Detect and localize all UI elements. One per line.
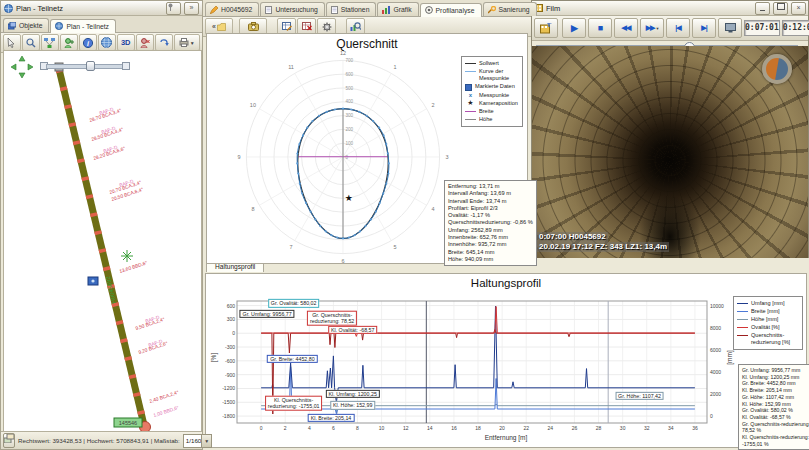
tab-sanierung[interactable]: Sanierung	[483, 2, 537, 16]
undo-tool-button[interactable]	[155, 34, 173, 51]
skip-start-icon: |◀	[675, 24, 680, 32]
plan-panel: Plan - Teilnetz » Objekte Plan - Teilnet…	[0, 0, 203, 450]
messpunkt-marker	[364, 225, 366, 227]
video-display: 0:07:00 H0045692 20.02.19 17:12 FZ: 343 …	[532, 46, 808, 258]
camera-lens	[91, 279, 94, 282]
cursor-icon	[7, 38, 16, 48]
add-node-icon	[64, 38, 74, 48]
tab-section-id[interactable]: H0045692	[205, 2, 259, 16]
tab-grafik[interactable]: Grafik	[377, 2, 418, 16]
messpunkt-marker	[353, 234, 355, 236]
messpunkt-marker	[297, 172, 299, 174]
document-icon	[331, 6, 338, 14]
tab-untersuchung[interactable]: Untersuchung	[260, 2, 324, 16]
globe-icon	[101, 37, 112, 48]
minimize-icon	[760, 10, 765, 11]
tab-objekte[interactable]: Objekte	[3, 18, 49, 32]
table-edit-icon	[282, 22, 292, 31]
3d-view-button[interactable]: 3D	[117, 34, 135, 51]
haltungsprofil-stats: Gr. Umfang: 9956,77 mm Kl. Umfang: 1200,…	[738, 364, 809, 450]
remove-node-tool-button[interactable]	[136, 34, 154, 51]
zoom-thumb[interactable]	[86, 61, 95, 71]
film-window: Film × ▶ ■ ◀◀ ▶▶▼ |◀ ▶| 0:07:01 0:12:09 …	[531, 0, 809, 258]
tab-stationen[interactable]: Stationen	[326, 2, 377, 16]
querschnitt-legend: Sollwert Kurve der Messpunkte Markierte …	[461, 56, 523, 127]
statusbar-layers-button[interactable]	[3, 433, 15, 448]
clock-position-label: 11	[288, 64, 294, 70]
messpunkt-marker	[385, 143, 387, 145]
collapse-button[interactable]: »	[184, 2, 199, 15]
zoom-tool-button[interactable]	[22, 34, 40, 51]
chart-icon	[382, 6, 390, 14]
camera-roll-dial	[762, 54, 792, 84]
layers-icon	[4, 434, 14, 443]
legend-item-breite: Breite	[465, 108, 519, 115]
map-zoom-slider[interactable]	[40, 61, 130, 69]
radial-tick-label: 700	[346, 58, 354, 63]
previous-button[interactable]: |◀	[666, 18, 690, 38]
tab-plan-teilnetz[interactable]: Plan - Teilnetz	[50, 19, 116, 33]
info-tool-button[interactable]: i	[79, 34, 97, 51]
messpunkt-marker	[382, 193, 384, 195]
export-video-button[interactable]	[534, 18, 558, 38]
zoom-in-end[interactable]	[122, 62, 130, 70]
messpunkt-marker	[375, 211, 377, 213]
add-node-tool-button[interactable]	[60, 34, 78, 51]
minimize-button[interactable]	[755, 2, 770, 15]
tab-profilanalyse[interactable]: Profilanalyse	[420, 3, 482, 17]
legend-item-hoehe: Höhe [mm]	[737, 316, 799, 323]
messpunkt-marker	[370, 218, 372, 220]
messpunkt-marker	[298, 143, 300, 145]
messpunkt-marker	[306, 127, 308, 129]
network-tool-button[interactable]	[41, 34, 59, 51]
fast-forward-button[interactable]: ▶▶▼	[640, 18, 664, 38]
pipe-annotation-label: 13,60 BBD,6°	[119, 260, 148, 274]
clock-position-label: 10	[250, 102, 256, 108]
messpunkt-marker	[342, 237, 344, 239]
magnifier-icon	[26, 38, 36, 48]
zoom-track[interactable]	[46, 64, 124, 69]
radial-tick-label: 400	[346, 99, 354, 104]
sewer-inspection-workspace: { "left_panel": { "title": "Plan - Teiln…	[0, 0, 809, 450]
qr-line-swatch	[737, 335, 748, 336]
messpunkt-marker	[310, 211, 312, 213]
print-tool-button[interactable]: ▼	[174, 34, 200, 51]
film-title-bar: Film ×	[532, 1, 808, 16]
play-icon: ▶	[571, 23, 577, 33]
scale-combo[interactable]: 1/160▼	[183, 434, 212, 448]
messpunkt-marker	[334, 108, 336, 110]
globe-tool-button[interactable]	[98, 34, 116, 51]
close-button[interactable]: ×	[791, 2, 806, 15]
querschnitt-chart: Querschnitt 0100200300400500600700123456…	[206, 33, 528, 264]
camera-position-star: ★	[345, 193, 353, 203]
maximize-button[interactable]	[773, 2, 788, 15]
rewind-button[interactable]: ◀◀	[614, 18, 638, 38]
clock-position-label: 5	[393, 244, 396, 250]
pan-compass[interactable]	[10, 55, 34, 79]
folder-icon	[217, 23, 226, 31]
hoehe-line-swatch	[465, 119, 476, 120]
next-button[interactable]: ▶|	[692, 18, 716, 38]
stop-button[interactable]: ■	[588, 18, 612, 38]
select-tool-button[interactable]	[3, 34, 21, 51]
legend-item-ovalitaet: Ovalität [%]	[737, 324, 799, 331]
pin-button[interactable]	[166, 2, 181, 15]
messpunkt-marker	[358, 111, 360, 113]
printer-icon	[179, 38, 189, 47]
marked-data-icon	[465, 84, 472, 91]
display-mode-button[interactable]	[718, 18, 742, 38]
globe-icon	[55, 22, 63, 30]
plan-map[interactable]: 145546H0045692BAF-D28,70 BCA,3,4°BAF-D28…	[3, 50, 202, 432]
coordinates-text: Rechtswert: 393428,53 | Hochwert: 570884…	[18, 437, 180, 444]
clock-position-label: 8	[251, 206, 254, 212]
film-export-icon	[540, 23, 552, 34]
messpunkt-marker	[387, 152, 389, 154]
messpunkt-marker	[387, 172, 389, 174]
gear-icon	[322, 22, 332, 32]
radial-tick-label: 300	[346, 113, 354, 118]
play-button[interactable]: ▶	[562, 18, 586, 38]
combo-arrow-icon[interactable]: ▼	[201, 435, 211, 447]
sollwert-line-swatch	[465, 63, 476, 64]
haltungsprofil-chart: Haltungsprofil 6003000-300-600-900-1200-…	[205, 273, 807, 448]
edit-icon	[210, 6, 218, 14]
